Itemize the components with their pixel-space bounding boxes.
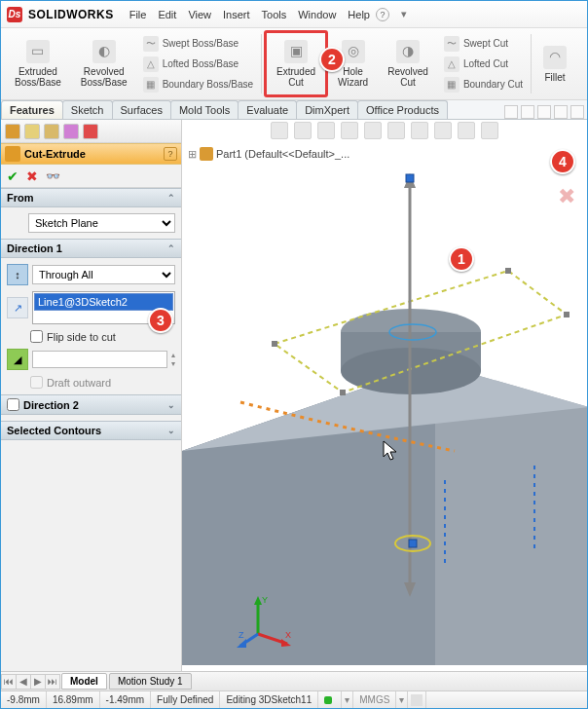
manager-tabs xyxy=(1,120,181,143)
direction2-enable[interactable] xyxy=(7,398,19,411)
direction-vector-input[interactable]: Line1@3DSketch2 xyxy=(34,293,173,311)
from-header[interactable]: From ⌃ xyxy=(1,188,181,207)
preview-icon[interactable]: 👓 xyxy=(46,169,60,183)
view-settings-icon[interactable] xyxy=(481,122,498,139)
pm-help-icon[interactable]: ? xyxy=(164,147,177,161)
direction2-header[interactable]: Direction 2 ⌄ xyxy=(1,394,181,415)
section-view-icon[interactable] xyxy=(341,122,358,139)
tab-surfaces[interactable]: Surfaces xyxy=(112,100,171,119)
display-style-icon[interactable] xyxy=(387,122,405,139)
search-dropdown-icon[interactable]: ▾ xyxy=(401,8,407,20)
status-coord-y: 16.89mm xyxy=(47,691,100,708)
svg-rect-13 xyxy=(406,174,414,182)
display-manager-icon[interactable] xyxy=(83,124,98,139)
chevron-up-icon: ⌃ xyxy=(167,243,175,253)
selected-contours-header[interactable]: Selected Contours ⌄ xyxy=(1,421,181,440)
window-maximize-icon[interactable] xyxy=(554,105,568,119)
ok-icon[interactable]: ✔ xyxy=(7,168,18,184)
menu-insert[interactable]: Insert xyxy=(223,9,250,20)
status-dropdown-icon[interactable]: ▾ xyxy=(342,691,353,708)
tab-sketch[interactable]: Sketch xyxy=(62,100,113,119)
view-orientation-icon[interactable] xyxy=(364,122,382,139)
tab-prev-icon[interactable]: ◀ xyxy=(16,674,31,690)
revolved-boss-icon: ◐ xyxy=(92,40,116,63)
swept-cut-button[interactable]: 〜Swept Cut xyxy=(442,35,525,53)
status-definition: Fully Defined xyxy=(151,691,220,708)
tab-features[interactable]: Features xyxy=(1,100,63,119)
property-manager-icon[interactable] xyxy=(24,124,40,139)
tab-motion-study[interactable]: Motion Study 1 xyxy=(109,673,192,690)
menu-window[interactable]: Window xyxy=(298,9,336,20)
apply-scene-icon[interactable] xyxy=(458,122,475,139)
lofted-boss-button[interactable]: △Lofted Boss/Base xyxy=(141,56,255,73)
model-tabs: ⏮ ◀ ▶ ⏭ Model Motion Study 1 xyxy=(1,671,587,690)
feature-manager-icon[interactable] xyxy=(5,124,20,139)
revolved-boss-button[interactable]: ◐ Revolved Boss/Base xyxy=(75,37,133,91)
extruded-cut-button[interactable]: ▣ Extruded Cut xyxy=(271,37,321,91)
callout-2: 2 xyxy=(319,47,345,72)
help-icon[interactable]: ? xyxy=(376,8,389,21)
edit-appearance-icon[interactable] xyxy=(434,122,452,139)
tab-first-icon[interactable]: ⏮ xyxy=(1,674,17,690)
graphics-viewport[interactable]: ⊞ Part1 (Default<<Default>_... ✔ ✖ xyxy=(182,120,587,671)
window-cascade-icon[interactable] xyxy=(521,105,534,119)
lofted-cut-button[interactable]: △Lofted Cut xyxy=(442,56,525,73)
hide-show-icon[interactable] xyxy=(411,122,428,139)
previous-view-icon[interactable] xyxy=(317,122,335,139)
menu-help[interactable]: Help xyxy=(348,9,370,20)
flip-side-checkbox[interactable]: Flip side to cut xyxy=(30,330,175,343)
status-editing: Editing 3DSketch11 xyxy=(220,691,318,708)
title-bar: Ds SOLIDWORKS File Edit View Insert Tool… xyxy=(1,1,587,28)
end-condition-select[interactable]: Through All xyxy=(32,265,175,284)
dimxpert-manager-icon[interactable] xyxy=(63,124,79,139)
tab-dimxpert[interactable]: DimXpert xyxy=(296,100,358,119)
direction-vector-icon[interactable]: ↗ xyxy=(7,297,28,318)
spinner-icon[interactable]: ▴▾ xyxy=(171,351,175,368)
svg-marker-20 xyxy=(254,596,262,605)
hole-wizard-label: Hole Wizard xyxy=(338,66,368,88)
revolved-cut-label: Revolved Cut xyxy=(387,66,428,88)
swept-boss-button[interactable]: 〜Swept Boss/Base xyxy=(141,35,255,53)
tab-last-icon[interactable]: ⏭ xyxy=(45,674,60,690)
from-select[interactable]: Sketch Plane xyxy=(28,213,175,233)
main-menu: File Edit View Insert Tools Window Help xyxy=(129,9,370,20)
draft-input[interactable] xyxy=(32,351,167,368)
svg-rect-9 xyxy=(340,390,346,395)
tab-model[interactable]: Model xyxy=(61,673,107,690)
chevron-down-icon: ⌄ xyxy=(167,426,175,435)
menu-edit[interactable]: Edit xyxy=(158,9,176,20)
status-rebuild[interactable] xyxy=(318,691,342,708)
boundary-boss-button[interactable]: ▦Boundary Boss/Base xyxy=(141,76,255,93)
draft-icon[interactable]: ◢ xyxy=(7,349,28,370)
reverse-direction-icon[interactable]: ↕ xyxy=(7,264,28,285)
tab-mold-tools[interactable]: Mold Tools xyxy=(170,100,239,119)
zoom-fit-icon[interactable] xyxy=(271,122,288,139)
extruded-boss-button[interactable]: ▭ Extruded Boss/Base xyxy=(9,37,67,91)
boundary-cut-button[interactable]: ▦Boundary Cut xyxy=(442,76,525,93)
fillet-button[interactable]: ◠ Fillet xyxy=(537,43,572,86)
window-tile-icon[interactable] xyxy=(504,105,518,119)
status-custom-icon[interactable] xyxy=(408,691,426,708)
window-minimize-icon[interactable] xyxy=(537,105,551,119)
app-title: SOLIDWORKS xyxy=(28,8,114,21)
tab-next-icon[interactable]: ▶ xyxy=(30,674,46,690)
zoom-area-icon[interactable] xyxy=(294,122,312,139)
tab-office-products[interactable]: Office Products xyxy=(357,100,448,119)
status-units[interactable]: MMGS xyxy=(353,691,396,708)
view-triad-icon[interactable]: Y X Z xyxy=(237,593,295,652)
menu-tools[interactable]: Tools xyxy=(262,9,287,20)
hole-wizard-icon: ◎ xyxy=(342,40,365,63)
units-dropdown-icon[interactable]: ▾ xyxy=(396,691,408,708)
extruded-boss-icon: ▭ xyxy=(26,40,50,63)
tab-evaluate[interactable]: Evaluate xyxy=(238,100,297,119)
svg-text:Z: Z xyxy=(239,630,244,640)
window-close-icon[interactable] xyxy=(570,105,584,119)
cancel-icon[interactable]: ✖ xyxy=(26,168,38,184)
menu-file[interactable]: File xyxy=(129,9,147,20)
extruded-cut-icon: ▣ xyxy=(284,40,308,63)
extruded-cut-label: Extruded Cut xyxy=(276,66,315,88)
direction1-header[interactable]: Direction 1 ⌃ xyxy=(1,239,181,258)
menu-view[interactable]: View xyxy=(188,9,211,20)
revolved-cut-button[interactable]: ◑ Revolved Cut xyxy=(382,37,434,91)
configuration-manager-icon[interactable] xyxy=(44,124,59,139)
